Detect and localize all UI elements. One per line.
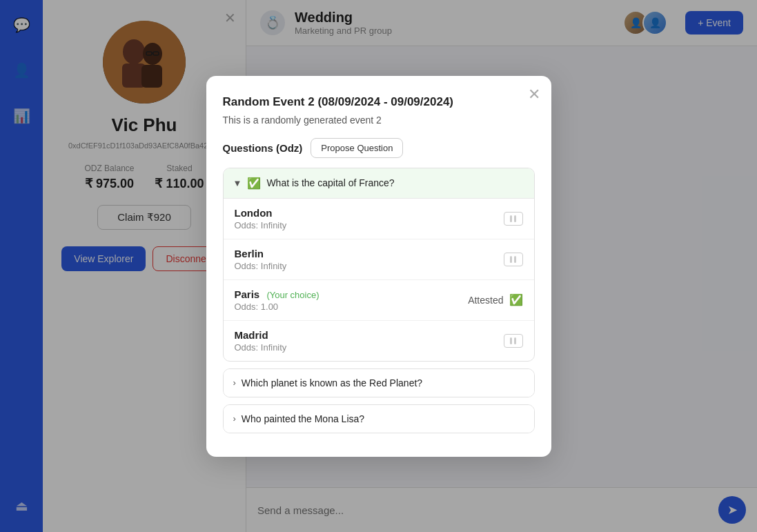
question-header-1[interactable]: ▼ ✅ What is the capital of France?	[224, 168, 534, 198]
modal-section-header: Questions (Odz) Propose Question	[223, 138, 535, 158]
modal-close-button[interactable]: ✕	[528, 86, 540, 104]
propose-question-button[interactable]: Propose Question	[311, 138, 403, 158]
chevron-right-icon-2: ›	[233, 377, 236, 388]
option-name-madrid: Madrid	[235, 329, 287, 341]
option-paris: Paris (Your choice) Odds: 1.00 Attested …	[224, 280, 534, 321]
question-item-3: › Who painted the Mona Lisa?	[223, 404, 535, 433]
option-name-berlin: Berlin	[235, 248, 287, 259]
question-item-1: ▼ ✅ What is the capital of France? Londo…	[223, 168, 535, 362]
your-choice-label: (Your choice)	[266, 290, 319, 300]
options-list-1: London Odds: Infinity Berlin Odds: Infin…	[224, 198, 534, 361]
chevron-down-icon-1: ▼	[233, 178, 242, 188]
option-odds-london: Odds: Infinity	[235, 220, 287, 230]
question-text-1: What is the capital of France?	[266, 177, 394, 188]
attested-check-icon: ✅	[509, 293, 523, 306]
option-madrid: Madrid Odds: Infinity	[224, 321, 534, 361]
question-text-2: Which planet is known as the Red Planet?	[242, 377, 422, 388]
question-text-3: Who painted the Mona Lisa?	[242, 413, 364, 424]
question-header-3[interactable]: › Who painted the Mona Lisa?	[224, 405, 534, 433]
option-odds-berlin: Odds: Infinity	[235, 261, 287, 271]
modal-section-title: Questions (Odz)	[223, 142, 303, 154]
chevron-right-icon-3: ›	[233, 413, 236, 424]
toggle-madrid[interactable]	[504, 334, 523, 348]
event-modal: ✕ Random Event 2 (08/09/2024 - 09/09/202…	[206, 76, 551, 457]
option-name-london: London	[235, 207, 287, 219]
toggle-berlin[interactable]	[504, 253, 523, 266]
check-icon-1: ✅	[247, 177, 261, 190]
modal-title: Random Event 2 (08/09/2024 - 09/09/2024)	[223, 95, 535, 109]
question-item-2: › Which planet is known as the Red Plane…	[223, 368, 535, 397]
modal-description: This is a randomly generated event 2	[223, 115, 535, 126]
attested-label: Attested	[468, 295, 503, 306]
option-london: London Odds: Infinity	[224, 199, 534, 239]
option-name-paris: Paris (Your choice)	[235, 288, 319, 300]
question-header-2[interactable]: › Which planet is known as the Red Plane…	[224, 369, 534, 397]
option-berlin: Berlin Odds: Infinity	[224, 239, 534, 280]
toggle-london[interactable]	[504, 212, 523, 226]
modal-overlay[interactable]: ✕ Random Event 2 (08/09/2024 - 09/09/202…	[0, 0, 757, 532]
option-odds-paris: Odds: 1.00	[235, 302, 319, 312]
option-odds-madrid: Odds: Infinity	[235, 342, 287, 353]
